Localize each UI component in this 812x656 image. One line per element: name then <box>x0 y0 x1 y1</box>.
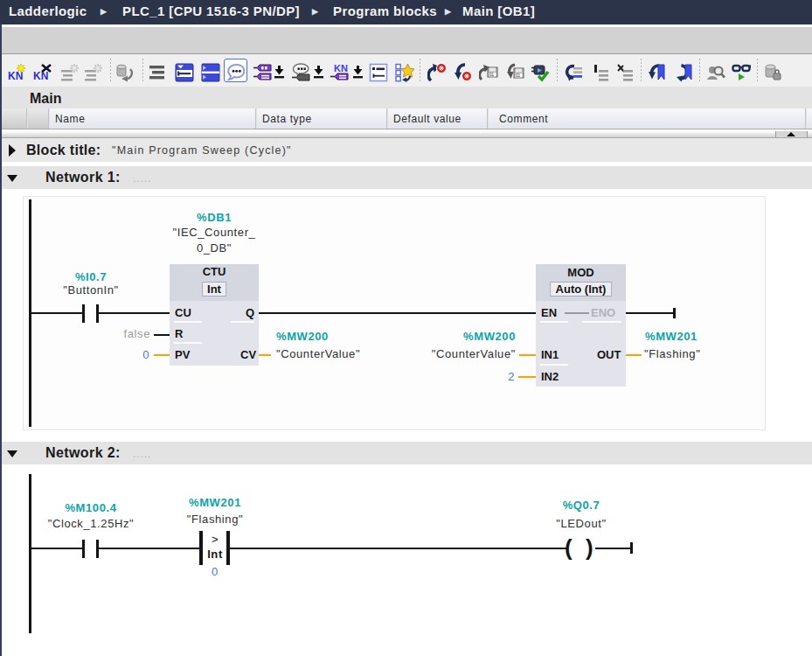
svg-text:KN: KN <box>33 70 48 82</box>
svg-text:KN: KN <box>334 63 348 73</box>
svg-text:01: 01 <box>516 73 521 78</box>
svg-text:01: 01 <box>489 73 495 77</box>
